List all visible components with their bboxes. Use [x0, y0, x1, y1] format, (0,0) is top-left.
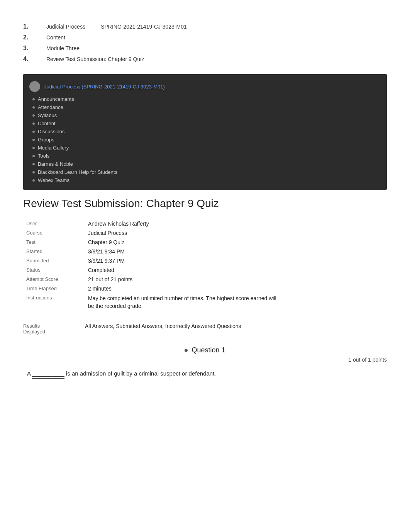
nav-menu-item[interactable]: Announcements	[23, 95, 387, 103]
question-bullet-icon	[185, 349, 188, 352]
results-section: ResultsDisplayed All Answers, Submitted …	[23, 323, 387, 335]
nav-menu-item-label: Groups	[38, 137, 54, 143]
nav-bullet-icon	[32, 106, 35, 109]
info-row: Started3/9/21 9:34 PM	[23, 247, 387, 256]
info-row: InstructionsMay be completed an unlimite…	[23, 293, 387, 311]
nav-bullet-icon	[32, 155, 35, 157]
question-text-before: A	[27, 370, 30, 377]
nav-menu-item[interactable]: Discussions	[23, 127, 387, 136]
info-row: Time Elapsed2 minutes	[23, 284, 387, 293]
info-value: 21 out of 21 points	[85, 275, 387, 284]
bc-text-review-test: Review Test Submission: Chapter 9 Quiz	[46, 56, 144, 62]
nav-menu-item[interactable]: Syllabus	[23, 111, 387, 119]
info-row: Attempt Score21 out of 21 points	[23, 275, 387, 284]
nav-bullet-icon	[32, 171, 35, 173]
info-value: Completed	[85, 265, 387, 275]
nav-overlay: Judicial Process (SPRING-2021-21419-CJ-3…	[23, 74, 387, 190]
bc-text-course-code[interactable]: SPRING-2021-21419-CJ-3023-M01	[101, 24, 187, 30]
nav-menu-item-label: Webex Teams	[38, 177, 69, 183]
nav-menu-item[interactable]: Media Gallery	[23, 144, 387, 152]
info-table: UserAndrew Nicholas RaffertyCourseJudici…	[23, 219, 387, 311]
nav-bullet-icon	[32, 114, 35, 117]
nav-bullet-icon	[32, 163, 35, 165]
nav-bullet-icon	[32, 147, 35, 149]
bc-num-1: 1.	[23, 23, 35, 30]
nav-bullet-icon	[32, 131, 35, 133]
question-header: Question 1	[23, 346, 387, 354]
breadcrumb-item-1: 1. Judicial Process SPRING-2021-21419-CJ…	[23, 23, 387, 30]
info-row: UserAndrew Nicholas Rafferty	[23, 219, 387, 228]
info-label: Started	[23, 247, 85, 256]
info-label: Instructions	[23, 293, 85, 311]
results-displayed-label: ResultsDisplayed	[23, 323, 85, 335]
nav-menu-item-label: Content	[38, 121, 56, 126]
nav-menu-item[interactable]: Webex Teams	[23, 176, 387, 184]
bc-num-3: 3.	[23, 45, 35, 52]
nav-menu-item-label: Barnes & Noble	[38, 161, 73, 167]
info-row: Submitted3/9/21 9:37 PM	[23, 256, 387, 265]
info-label: Attempt Score	[23, 275, 85, 284]
breadcrumb-item-3: 3. Module Three	[23, 45, 387, 52]
bc-num-2: 2.	[23, 34, 35, 41]
question-text-after: is an admission of guilt by a criminal s…	[66, 370, 216, 377]
results-displayed-value: All Answers, Submitted Answers, Incorrec…	[85, 323, 241, 329]
nav-menu-item[interactable]: Blackboard Learn Help for Students	[23, 168, 387, 176]
info-value: 3/9/21 9:37 PM	[85, 256, 387, 265]
nav-menu-item-label: Announcements	[38, 96, 74, 102]
nav-menu-item-label: Tools	[38, 153, 49, 159]
nav-menu-item-label: Attendance	[38, 104, 63, 110]
info-row: TestChapter 9 Quiz	[23, 238, 387, 247]
info-value: 2 minutes	[85, 284, 387, 293]
nav-menu-item-label: Blackboard Learn Help for Students	[38, 169, 117, 175]
nav-menu-item[interactable]: Barnes & Noble	[23, 160, 387, 168]
info-label: Course	[23, 228, 85, 238]
nav-menu-item-label: Discussions	[38, 129, 64, 134]
info-label: User	[23, 219, 85, 228]
breadcrumb-item-2: 2. Content	[23, 34, 387, 41]
info-value: May be completed an unlimited number of …	[85, 293, 387, 311]
bc-text-content[interactable]: Content	[46, 34, 65, 41]
main-content: Review Test Submission: Chapter 9 Quiz U…	[0, 190, 410, 394]
question-points: 1 out of 1 points	[23, 357, 387, 363]
nav-bullet-icon	[32, 122, 35, 125]
nav-menu-item[interactable]: Attendance	[23, 103, 387, 111]
nav-menu-item[interactable]: Tools	[23, 152, 387, 160]
nav-bullet-icon	[32, 179, 35, 182]
info-label: Test	[23, 238, 85, 247]
question-blank: __________	[32, 369, 64, 379]
bc-num-4: 4.	[23, 56, 35, 63]
nav-menu: AnnouncementsAttendanceSyllabusContentDi…	[23, 93, 387, 186]
bc-text-module-three[interactable]: Module Three	[46, 45, 80, 51]
info-value: Andrew Nicholas Rafferty	[85, 219, 387, 228]
info-row: StatusCompleted	[23, 265, 387, 275]
info-value: Judicial Process	[85, 228, 387, 238]
nav-menu-item[interactable]: Content	[23, 119, 387, 127]
page-title: Review Test Submission: Chapter 9 Quiz	[23, 197, 387, 210]
breadcrumb: 1. Judicial Process SPRING-2021-21419-CJ…	[0, 0, 410, 74]
info-row: CourseJudicial Process	[23, 228, 387, 238]
nav-menu-item-label: Syllabus	[38, 112, 57, 118]
info-label: Status	[23, 265, 85, 275]
breadcrumb-item-4: 4. Review Test Submission: Chapter 9 Qui…	[23, 56, 387, 63]
nav-menu-item-label: Media Gallery	[38, 145, 69, 151]
question-title: Question 1	[191, 346, 225, 354]
bc-text-judicial[interactable]: Judicial Process	[46, 24, 85, 30]
question-body: A __________ is an admission of guilt by…	[23, 369, 387, 379]
nav-menu-item[interactable]: Groups	[23, 136, 387, 144]
nav-overlay-top: Judicial Process (SPRING-2021-21419-CJ-3…	[23, 78, 387, 93]
nav-avatar-icon	[29, 81, 40, 92]
nav-bullet-icon	[32, 98, 35, 100]
nav-bullet-icon	[32, 139, 35, 141]
nav-course-link[interactable]: Judicial Process (SPRING-2021-21419-CJ-3…	[44, 84, 165, 90]
info-label: Submitted	[23, 256, 85, 265]
info-value: Chapter 9 Quiz	[85, 238, 387, 247]
info-value: 3/9/21 9:34 PM	[85, 247, 387, 256]
question-section: Question 1 1 out of 1 points A _________…	[23, 346, 387, 379]
info-label: Time Elapsed	[23, 284, 85, 293]
